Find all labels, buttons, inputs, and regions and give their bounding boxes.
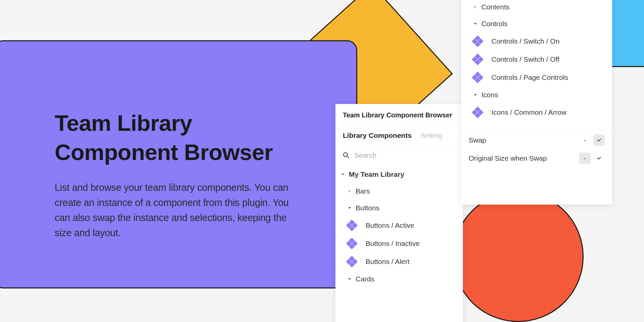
svg-point-0 [343,153,347,157]
component-tree: My Team Library Bars Buttons Buttons / A… [335,165,463,289]
tree-library-root[interactable]: My Team Library [335,166,463,183]
tree-label: Icons [481,91,498,99]
component-icon [347,238,357,249]
tree-label: Buttons [356,204,379,212]
component-label: Controls / Switch / On [491,37,559,45]
tab-setting[interactable]: Setting [420,131,442,140]
option-minus-button[interactable]: - [579,153,591,164]
option-label: Swap [469,136,486,144]
tree-group-icons[interactable]: Icons [461,87,612,103]
option-label: Original Size when Swap [469,154,547,162]
panel-title: Team Library Component Browser [335,104,463,125]
option-check-button[interactable] [593,135,605,146]
hero-description: List and browse your team library compon… [55,180,289,240]
component-icon [473,72,483,83]
caret-down-icon [473,21,478,26]
component-label: Buttons / Active [366,221,414,229]
component-icon [347,257,357,267]
svg-line-1 [347,156,349,158]
tree-group-contents[interactable]: Contents [461,0,612,15]
tab-library-components[interactable]: Library Components [343,131,412,140]
component-icon [473,54,483,64]
tree-label: My Team Library [349,170,404,178]
component-icon [473,36,483,46]
browser-panel-right: Contents Controls Controls / Switch / On… [461,0,612,205]
tree-label: Controls [481,20,507,28]
option-swap: Swap - [461,131,612,149]
caret-down-icon [473,92,478,98]
component-icon [473,107,483,117]
caret-down-icon [347,276,352,282]
component-item[interactable]: Buttons / Active [335,216,463,234]
component-item[interactable]: Buttons / Inactive [335,234,463,253]
tree-label: Bars [356,187,370,195]
option-original-size: Original Size when Swap - [461,149,612,167]
tree-group-controls[interactable]: Controls [461,15,612,32]
component-item[interactable]: Controls / Switch / Off [461,50,612,68]
search-icon [343,152,350,159]
hero-card: Team Library Component Browser List and … [0,40,357,288]
decorative-orange-circle [453,191,584,322]
panel-tabs: Library Components Setting [335,125,463,146]
search-input[interactable] [354,151,455,159]
component-item[interactable]: Controls / Switch / On [461,32,612,50]
option-check-button[interactable] [593,153,605,164]
component-label: Controls / Switch / Off [491,55,559,63]
tree-group-buttons[interactable]: Buttons [335,200,463,216]
component-tree: Contents Controls Controls / Switch / On… [461,0,612,123]
caret-down-icon [340,172,345,177]
component-label: Controls / Page Controls [491,73,568,82]
component-label: Icons / Common / Arrow [491,108,567,116]
component-item[interactable]: Controls / Page Controls [461,68,612,87]
option-minus-button[interactable]: - [579,135,591,146]
options-section: Swap - Original Size when Swap - [461,129,612,169]
check-icon [596,137,602,144]
tree-label: Cards [356,275,374,283]
tree-group-bars[interactable]: Bars [335,183,463,200]
component-label: Buttons / Inactive [366,239,420,248]
component-item[interactable]: Icons / Common / Arrow [461,103,612,121]
tree-label: Contents [481,3,509,11]
check-icon [596,155,602,162]
caret-right-icon [473,4,478,10]
hero-title: Team Library Component Browser [55,108,296,167]
component-label: Buttons / Alert [366,258,410,266]
browser-panel-left: Team Library Component Browser Library C… [335,104,463,322]
component-icon [347,220,357,230]
caret-down-icon [347,205,352,211]
caret-right-icon [347,189,352,194]
component-item[interactable]: Buttons / Alert [335,253,463,271]
search-row [335,146,463,165]
tree-group-cards[interactable]: Cards [335,271,463,287]
